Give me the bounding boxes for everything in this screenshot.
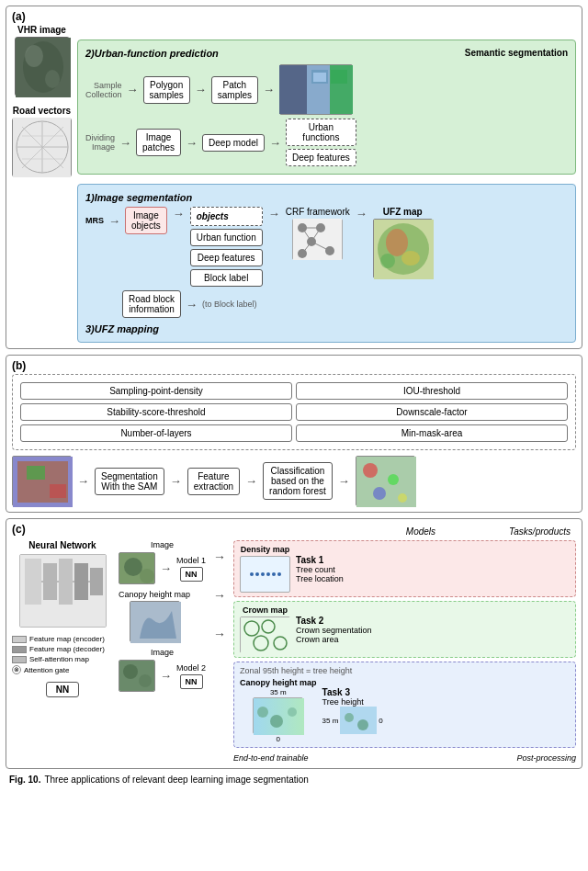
models-label: Models xyxy=(406,526,435,537)
panel-b-label: (b) xyxy=(12,359,26,372)
objects-box: objects xyxy=(190,207,263,226)
objects-italic: objects xyxy=(197,211,229,221)
canopy-map-visual2 xyxy=(253,697,303,734)
svg-rect-45 xyxy=(25,559,41,605)
svg-point-2 xyxy=(25,45,43,67)
road-block-box: Road blockinformation xyxy=(122,290,181,318)
image2-label: Image xyxy=(119,648,206,657)
panel-a: (a) VHR image xyxy=(6,6,582,349)
task3-zonal-note: Zonal 95th height = tree height xyxy=(240,666,570,675)
task1-item2: Tree location xyxy=(296,574,344,583)
param-downscale: Downscale-factor xyxy=(296,403,568,421)
svg-point-56 xyxy=(140,569,154,583)
svg-rect-47 xyxy=(59,559,73,605)
ufz-mapping-label: 3)UFZ mapping xyxy=(85,323,159,334)
blue-deep-features-box: Deep features xyxy=(190,249,263,266)
nn2-text: NN xyxy=(186,677,198,686)
green-section: 2)Urban-function prediction Semantic seg… xyxy=(77,40,576,175)
vhr-image xyxy=(15,37,70,96)
param-layers: Number-of-layers xyxy=(20,424,292,442)
param-grid: Sampling-point-density IOU-threshold Sta… xyxy=(12,374,576,450)
param-sampling: Sampling-point-density xyxy=(20,382,292,400)
arrow4: → xyxy=(119,136,131,150)
collection-label: Collection xyxy=(85,90,122,99)
figure-caption: Fig. 10. Three applications of relevant … xyxy=(6,773,582,786)
svg-point-41 xyxy=(388,474,399,485)
sem-seg-image xyxy=(279,64,353,115)
svg-point-72 xyxy=(357,719,368,730)
nn-legend: Feature map (encoder) Feature map (decod… xyxy=(12,635,113,676)
main-container: (a) VHR image xyxy=(0,0,588,792)
crf-svg xyxy=(293,219,342,260)
svg-point-33 xyxy=(401,251,420,266)
svg-rect-49 xyxy=(90,568,103,595)
image2-thumb xyxy=(119,660,155,692)
legend-decoder: Feature map (decoder) xyxy=(12,645,113,653)
svg-point-3 xyxy=(45,70,60,88)
canopy-right-visual xyxy=(340,707,377,734)
svg-rect-18 xyxy=(331,70,347,84)
polygon-samples-box: Polygonsamples xyxy=(143,76,190,104)
sem-seg-svg xyxy=(279,65,353,114)
task1-box: Density map Task 1 xyxy=(233,540,576,597)
c-arrow1: → xyxy=(160,561,172,575)
svg-point-55 xyxy=(124,558,142,576)
dot5 xyxy=(272,572,276,576)
crf-label: CRF framework xyxy=(286,207,350,217)
svg-point-42 xyxy=(373,487,386,500)
nn1-text: NN xyxy=(186,570,198,579)
dot6 xyxy=(277,572,281,576)
block-label-box: Block label xyxy=(190,269,263,287)
crf-diagram xyxy=(292,219,343,260)
ufz-map-image xyxy=(373,219,433,278)
canopy-task-label: Canopy height map xyxy=(240,678,317,687)
rf-svg xyxy=(356,457,416,507)
arrow3: → xyxy=(263,83,275,96)
nn1-box: NN xyxy=(180,567,203,582)
task2-box: Crown map Task 2 xyxy=(233,601,576,658)
nn-badge: NN xyxy=(56,684,69,695)
sam-image xyxy=(12,456,72,506)
param-iou: IOU-threshold xyxy=(296,382,568,400)
svg-point-67 xyxy=(257,707,268,718)
task3-box: Zonal 95th height = tree height Canopy h… xyxy=(233,662,576,748)
arrow5: → xyxy=(186,136,198,150)
legend-decoder-label: Feature map (decoder) xyxy=(29,645,105,653)
task2-item1: Crown segmentation xyxy=(296,626,372,635)
density-map-visual xyxy=(240,556,290,593)
arrow9: → xyxy=(268,207,280,221)
task1-num: Task 1 xyxy=(296,555,344,565)
svg-rect-17 xyxy=(313,73,326,82)
legend-attn-label: Attention gate xyxy=(24,666,69,674)
param-stability: Stability-score-threshold xyxy=(20,403,292,421)
arrow8: → xyxy=(173,207,185,221)
panel-a-label: (a) xyxy=(12,10,26,23)
tasks-label: Tasks/products xyxy=(509,526,571,537)
svg-rect-46 xyxy=(43,563,57,600)
image1-label: Image xyxy=(119,540,206,549)
urban-functions-box: Urbanfunctions xyxy=(286,119,356,146)
task1-item1: Tree count xyxy=(296,565,344,574)
canopy-map-thumb xyxy=(130,601,180,642)
b-arrow1: → xyxy=(77,474,89,488)
canopy-label: Canopy height map xyxy=(119,590,190,599)
classification-box: Classificationbased on therandom forest xyxy=(263,462,333,500)
param-minmask: Min-mask-area xyxy=(296,424,568,442)
task2-num: Task 2 xyxy=(296,616,372,626)
arrow7: → xyxy=(108,214,120,228)
legend-encoder: Feature map (encoder) xyxy=(12,635,113,643)
green-section-title: 2)Urban-function prediction xyxy=(85,48,219,59)
arrow11: → xyxy=(186,298,198,311)
segmentation-sam-box: SegmentationWith the SAM xyxy=(95,468,164,495)
image-objects-box: Imageobjects xyxy=(125,207,167,234)
svg-point-40 xyxy=(363,463,378,478)
dot2 xyxy=(255,572,259,576)
caption-text: Three applications of relevant deep lear… xyxy=(44,775,308,785)
dot4 xyxy=(266,572,270,576)
canopy-35m-right: 35 m xyxy=(322,717,339,725)
svg-rect-38 xyxy=(50,484,66,498)
rf-image xyxy=(356,456,415,506)
sem-seg-label: Semantic segmentation xyxy=(465,48,568,58)
arrow2: → xyxy=(195,83,207,96)
legend-encoder-color xyxy=(12,636,27,643)
